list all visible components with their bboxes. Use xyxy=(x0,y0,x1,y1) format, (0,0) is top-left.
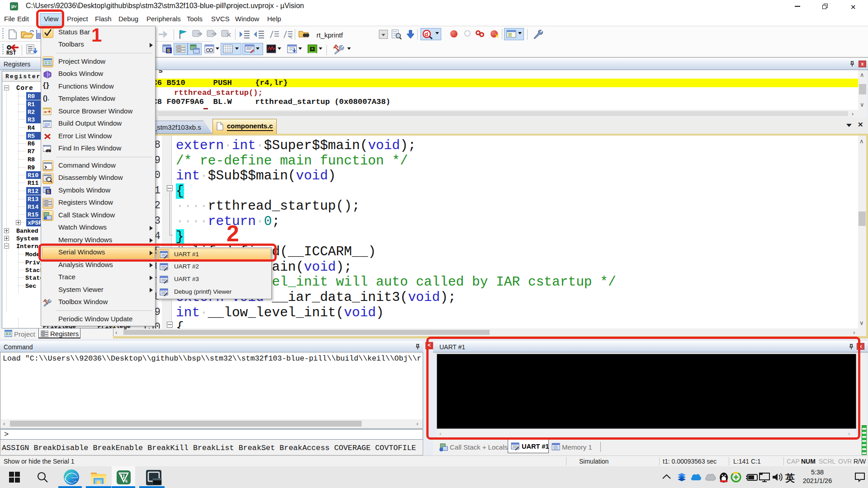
svg-text:S: S xyxy=(47,189,50,194)
svg-text:5: 5 xyxy=(125,479,127,483)
svg-text:S: S xyxy=(167,48,170,53)
svg-text:d: d xyxy=(425,31,428,38)
svg-text:?: ? xyxy=(48,73,50,77)
